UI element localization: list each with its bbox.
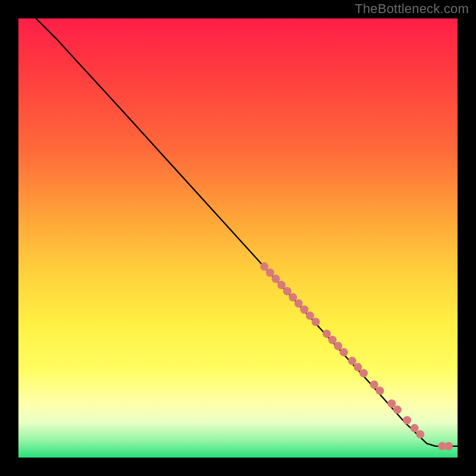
chart-dot <box>348 357 356 365</box>
chart-plot-area <box>18 18 458 458</box>
chart-dot <box>272 275 280 283</box>
chart-svg <box>18 18 458 458</box>
chart-dot <box>312 318 320 326</box>
chart-dot <box>354 363 362 371</box>
watermark-text: TheBottleneck.com <box>355 1 469 17</box>
chart-dot <box>444 442 453 450</box>
chart-dot <box>283 287 292 295</box>
chart-dot <box>403 416 411 424</box>
chart-dot <box>375 387 384 395</box>
chart-stage: TheBottleneck.com <box>0 0 476 476</box>
chart-dot <box>393 406 402 414</box>
chart-dots <box>260 262 453 450</box>
chart-dot <box>295 299 303 308</box>
chart-dot <box>359 369 368 377</box>
chart-dot <box>387 399 396 408</box>
chart-dot <box>260 262 268 271</box>
chart-dot <box>289 293 297 302</box>
chart-dot <box>340 348 348 356</box>
chart-dot <box>328 336 337 344</box>
chart-dot <box>300 305 308 314</box>
chart-curve <box>36 18 458 446</box>
chart-dot <box>266 268 274 277</box>
chart-dot <box>370 381 378 389</box>
chart-dot <box>277 281 286 289</box>
chart-dot <box>411 424 419 433</box>
chart-dot <box>416 430 424 439</box>
chart-dot <box>334 342 342 350</box>
chart-dot <box>306 312 314 320</box>
chart-dot <box>322 330 331 338</box>
